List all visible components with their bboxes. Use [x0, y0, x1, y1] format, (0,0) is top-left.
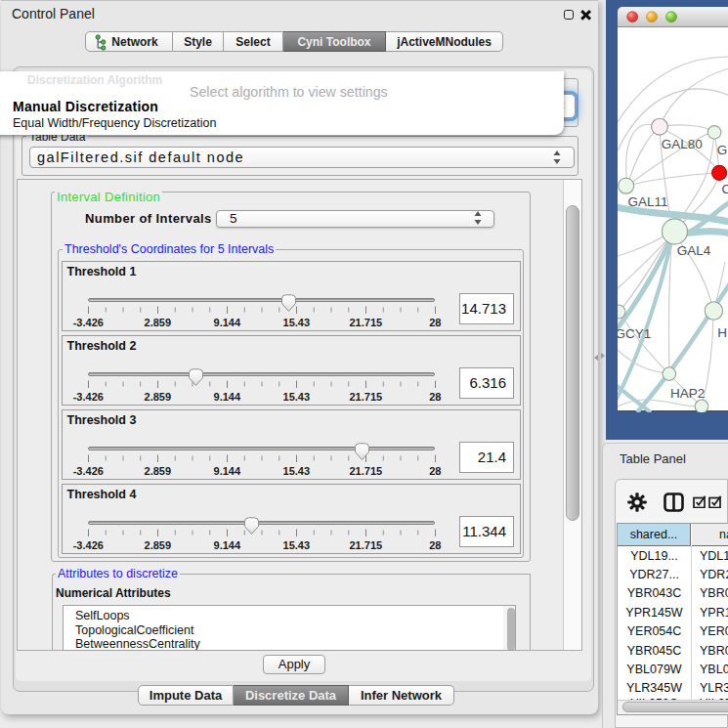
- svg-text:GAL11: GAL11: [628, 194, 668, 209]
- svg-text:C: C: [721, 182, 728, 196]
- svg-text:HAP2: HAP2: [670, 386, 705, 401]
- svg-text:GAL80: GAL80: [662, 137, 703, 151]
- svg-text:GAL4: GAL4: [677, 243, 711, 258]
- svg-text:H: H: [717, 325, 727, 340]
- svg-text:G.: G.: [717, 143, 728, 157]
- svg-text:GCY1: GCY1: [618, 326, 651, 341]
